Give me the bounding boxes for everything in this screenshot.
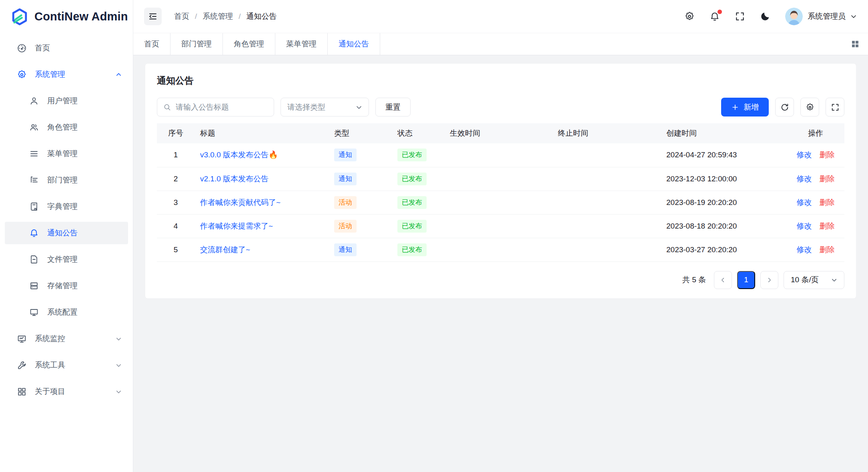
- row-no: 3: [157, 191, 194, 214]
- menu-lines-icon: [29, 149, 39, 159]
- chevron-down-icon: [116, 336, 122, 342]
- sidebar-item-label: 存储管理: [47, 281, 78, 291]
- status-tag: 已发布: [397, 149, 427, 161]
- sidebar-item-user-management[interactable]: 用户管理: [5, 90, 128, 112]
- search-box: [157, 98, 274, 116]
- breadcrumb-home[interactable]: 首页: [174, 11, 189, 22]
- col-header-no: 序号: [157, 123, 194, 143]
- breadcrumb-system[interactable]: 系统管理: [202, 11, 233, 22]
- search-input[interactable]: [176, 103, 268, 112]
- app-root: ContiNew Admin 首页 系统管理: [0, 0, 868, 472]
- table-row: 2 v2.1.0 版本发布公告 通知 已发布 2023-12-03 12:00:…: [157, 167, 844, 191]
- notice-card: 通知公告 请选择类型 重置: [145, 64, 856, 298]
- tab-role-management[interactable]: 角色管理: [223, 33, 275, 55]
- users-icon: [29, 122, 39, 133]
- tab-notice[interactable]: 通知公告: [328, 33, 380, 55]
- sidebar-item-home[interactable]: 首页: [5, 37, 128, 59]
- tree-icon: [29, 175, 39, 185]
- table-settings-button[interactable]: [800, 98, 819, 116]
- sidebar-item-label: 系统工具: [35, 360, 65, 370]
- sidebar-item-about-project[interactable]: 关于项目: [5, 380, 128, 403]
- sidebar-item-notice[interactable]: 通知公告: [5, 222, 128, 244]
- breadcrumb-separator: /: [195, 12, 197, 21]
- refresh-button[interactable]: [775, 98, 794, 116]
- user-menu[interactable]: 系统管理员: [785, 8, 857, 25]
- prev-page-button[interactable]: [714, 271, 732, 289]
- delete-link[interactable]: 删除: [820, 198, 835, 207]
- next-page-button[interactable]: [760, 271, 778, 289]
- reset-button[interactable]: 重置: [375, 98, 411, 116]
- sidebar-item-label: 字典管理: [47, 201, 78, 212]
- toolbar-right: 新增: [721, 98, 844, 116]
- sidebar-item-role-management[interactable]: 角色管理: [5, 116, 128, 139]
- edit-link[interactable]: 修改: [797, 151, 812, 159]
- delete-link[interactable]: 删除: [820, 245, 835, 254]
- sidebar-item-menu-management[interactable]: 菜单管理: [5, 143, 128, 165]
- edit-link[interactable]: 修改: [797, 222, 812, 230]
- sidebar-item-file-management[interactable]: 文件管理: [5, 248, 128, 271]
- page-size-select[interactable]: 10 条/页: [784, 271, 844, 289]
- sidebar-item-dict-management[interactable]: 字典管理: [5, 195, 128, 218]
- delete-link[interactable]: 删除: [820, 151, 835, 159]
- page-number-button[interactable]: 1: [737, 271, 755, 289]
- add-button[interactable]: 新增: [721, 98, 769, 116]
- chevron-up-icon: [116, 72, 122, 78]
- fullscreen-icon[interactable]: [735, 11, 745, 22]
- settings-icon[interactable]: [684, 11, 695, 22]
- notice-title-link[interactable]: 作者喊你来提需求了~: [200, 222, 273, 230]
- row-no: 1: [157, 143, 194, 167]
- app-title: ContiNew Admin: [34, 10, 128, 23]
- logo-row[interactable]: ContiNew Admin: [0, 0, 133, 33]
- table-row: 5 交流群创建了~ 通知 已发布 2023-03-27 20:20:20 修改删…: [157, 238, 844, 261]
- delete-link[interactable]: 删除: [820, 222, 835, 230]
- edit-link[interactable]: 修改: [797, 198, 812, 207]
- effective-time-cell: [444, 167, 552, 191]
- col-header-type: 类型: [329, 123, 392, 143]
- notifications-bell-icon[interactable]: [710, 11, 720, 22]
- breadcrumb: 首页 / 系统管理 / 通知公告: [174, 11, 277, 22]
- sidebar-item-label: 首页: [35, 43, 50, 53]
- type-tag: 活动: [334, 196, 357, 209]
- delete-link[interactable]: 删除: [820, 175, 835, 183]
- breadcrumb-separator: /: [239, 12, 241, 21]
- chevron-right-icon: [766, 277, 772, 283]
- type-select[interactable]: 请选择类型: [281, 98, 369, 116]
- notice-title-link[interactable]: v2.1.0 版本发布公告: [200, 175, 269, 183]
- edit-link[interactable]: 修改: [797, 245, 812, 254]
- notice-title-link[interactable]: 交流群创建了~: [200, 245, 250, 254]
- main-column: 首页 / 系统管理 / 通知公告: [133, 0, 868, 472]
- row-no: 2: [157, 167, 194, 191]
- notification-badge: [718, 10, 722, 14]
- tabbar: 首页 部门管理 角色管理 菜单管理 通知公告: [133, 33, 868, 55]
- tab-dept-management[interactable]: 部门管理: [170, 33, 223, 55]
- file-icon: [29, 254, 39, 265]
- sidebar-item-system-management[interactable]: 系统管理: [5, 63, 128, 86]
- fullscreen-icon: [831, 103, 840, 112]
- sidebar-item-storage-management[interactable]: 存储管理: [5, 275, 128, 297]
- sidebar-item-system-tools[interactable]: 系统工具: [5, 354, 128, 376]
- dark-mode-moon-icon[interactable]: [760, 11, 770, 22]
- edit-link[interactable]: 修改: [797, 175, 812, 183]
- created-time-cell: 2023-08-18 20:20:20: [661, 214, 787, 238]
- avatar: [785, 8, 803, 25]
- sidebar-menu: 首页 系统管理: [0, 33, 133, 410]
- type-tag: 通知: [334, 173, 357, 185]
- sidebar-item-system-config[interactable]: 系统配置: [5, 301, 128, 323]
- sidebar-item-label: 通知公告: [47, 228, 78, 238]
- pagination: 共 5 条 1 10 条/页: [157, 271, 844, 289]
- sidebar-collapse-button[interactable]: [144, 8, 162, 25]
- sidebar-item-label: 文件管理: [47, 254, 78, 265]
- table-fullscreen-button[interactable]: [826, 98, 844, 116]
- sidebar: ContiNew Admin 首页 系统管理: [0, 0, 133, 472]
- sidebar-item-dept-management[interactable]: 部门管理: [5, 169, 128, 191]
- sidebar-item-label: 关于项目: [35, 386, 65, 397]
- type-tag: 通知: [334, 149, 357, 161]
- notice-title-link[interactable]: v3.0.0 版本发布公告🔥: [200, 151, 278, 159]
- table-header-row: 序号 标题 类型 状态 生效时间 终止时间 创建时间 操作: [157, 123, 844, 143]
- tab-home[interactable]: 首页: [133, 33, 170, 55]
- tab-actions-grid-icon[interactable]: [842, 33, 868, 55]
- sidebar-item-system-monitor[interactable]: 系统监控: [5, 327, 128, 350]
- notice-title-link[interactable]: 作者喊你来贡献代码了~: [200, 198, 281, 207]
- end-time-cell: [552, 238, 661, 261]
- tab-menu-management[interactable]: 菜单管理: [275, 33, 328, 55]
